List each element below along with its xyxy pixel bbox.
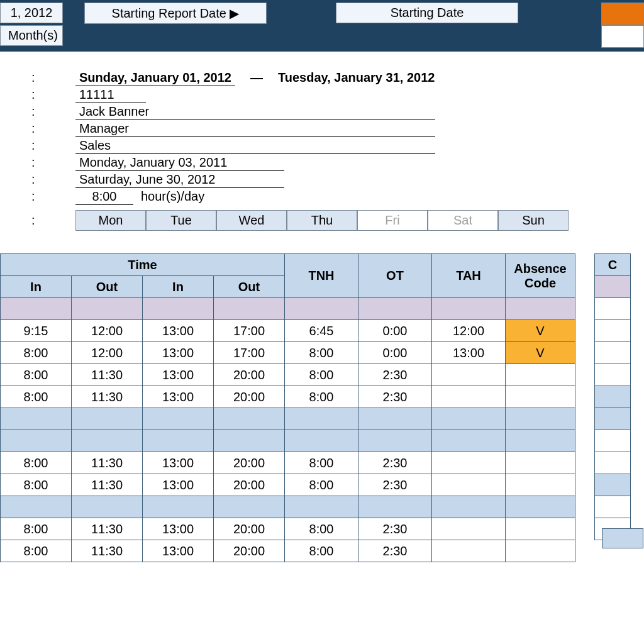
starting-date-button[interactable]: Starting Date [336, 3, 518, 23]
cell-tnh[interactable]: 8:00 [285, 386, 358, 408]
cell-tnh[interactable]: 8:00 [285, 452, 358, 474]
cell-in1[interactable]: 8:00 [1, 364, 72, 386]
cell-tah[interactable] [432, 540, 506, 562]
cell-ot[interactable] [358, 408, 432, 430]
cell-ot[interactable]: 2:30 [358, 452, 432, 474]
cell-abs[interactable]: V [506, 320, 575, 342]
cell-tah[interactable] [432, 386, 506, 408]
cell-abs[interactable] [506, 496, 575, 518]
cell-in2[interactable] [143, 408, 214, 430]
cell-in2[interactable]: 13:00 [143, 320, 214, 342]
cell-in2[interactable]: 13:00 [143, 342, 214, 364]
workday-toggle[interactable]: Fri [357, 210, 428, 231]
cell-ot[interactable]: 2:30 [358, 540, 432, 562]
cell-in1[interactable]: 8:00 [1, 386, 72, 408]
workday-toggle[interactable]: Mon [75, 210, 146, 231]
cell-in1[interactable] [1, 430, 72, 452]
cell-ot[interactable]: 2:30 [358, 386, 432, 408]
months-label-cell[interactable]: Month(s) [0, 25, 63, 46]
cell-tah[interactable] [432, 518, 506, 540]
cell-tah[interactable] [432, 496, 506, 518]
cell-tnh[interactable] [285, 408, 358, 430]
workday-toggle[interactable]: Sat [428, 210, 498, 231]
side-cell[interactable] [595, 452, 631, 474]
cell-ot[interactable]: 0:00 [358, 342, 432, 364]
cell-abs[interactable] [506, 298, 575, 320]
cell-tnh[interactable]: 8:00 [285, 342, 358, 364]
workday-toggle[interactable]: Thu [287, 210, 357, 231]
cell-in2[interactable]: 13:00 [143, 452, 214, 474]
cell-out1[interactable]: 11:30 [72, 452, 143, 474]
cell-tnh[interactable]: 8:00 [285, 540, 358, 562]
cell-out1[interactable]: 11:30 [72, 386, 143, 408]
cell-out1[interactable]: 11:30 [72, 364, 143, 386]
cell-tnh[interactable] [285, 298, 358, 320]
cell-tah[interactable]: 13:00 [432, 342, 506, 364]
cell-ot[interactable]: 0:00 [358, 320, 432, 342]
cell-abs[interactable] [506, 386, 575, 408]
cell-out1[interactable] [72, 496, 143, 518]
cell-in2[interactable]: 13:00 [143, 540, 214, 562]
cell-in2[interactable]: 13:00 [143, 474, 214, 496]
side-cell[interactable] [595, 474, 631, 496]
cell-tnh[interactable]: 8:00 [285, 474, 358, 496]
cell-out1[interactable]: 11:30 [72, 540, 143, 562]
cell-out2[interactable]: 20:00 [214, 518, 285, 540]
cell-abs[interactable] [506, 518, 575, 540]
side-cell[interactable] [595, 496, 631, 518]
cell-out1[interactable]: 12:00 [72, 342, 143, 364]
cell-in2[interactable] [143, 430, 214, 452]
cell-tah[interactable]: 12:00 [432, 320, 506, 342]
cell-out2[interactable] [214, 298, 285, 320]
cell-out2[interactable] [214, 408, 285, 430]
workday-toggle[interactable]: Wed [216, 210, 287, 231]
white-action-button[interactable] [601, 25, 644, 48]
side-cell[interactable] [595, 276, 631, 298]
starting-report-date-button[interactable]: Starting Report Date ▶ [84, 3, 267, 24]
cell-abs[interactable] [506, 474, 575, 496]
workday-toggle[interactable]: Sun [498, 210, 569, 231]
cell-out2[interactable]: 20:00 [214, 474, 285, 496]
cell-out1[interactable]: 11:30 [72, 474, 143, 496]
cell-out2[interactable]: 20:00 [214, 540, 285, 562]
workday-toggle[interactable]: Tue [146, 210, 216, 231]
cell-tnh[interactable] [285, 430, 358, 452]
cell-tnh[interactable]: 8:00 [285, 364, 358, 386]
orange-action-button[interactable] [601, 3, 644, 25]
cell-out2[interactable]: 20:00 [214, 452, 285, 474]
cell-tnh[interactable] [285, 496, 358, 518]
cell-tnh[interactable]: 6:45 [285, 320, 358, 342]
cell-out2[interactable] [214, 496, 285, 518]
cell-in2[interactable]: 13:00 [143, 386, 214, 408]
cell-in1[interactable]: 9:15 [1, 320, 72, 342]
cell-in1[interactable]: 8:00 [1, 474, 72, 496]
cell-in1[interactable] [1, 496, 72, 518]
cell-in1[interactable]: 8:00 [1, 518, 72, 540]
cell-in1[interactable]: 8:00 [1, 342, 72, 364]
side-cell[interactable] [595, 364, 631, 386]
date-fragment-cell[interactable]: 1, 2012 [0, 3, 63, 23]
cell-in1[interactable] [1, 408, 72, 430]
cell-tah[interactable] [432, 364, 506, 386]
cell-in2[interactable] [143, 496, 214, 518]
cell-out1[interactable] [72, 408, 143, 430]
side-cell[interactable] [595, 298, 631, 320]
cell-ot[interactable] [358, 496, 432, 518]
cell-in2[interactable]: 13:00 [143, 518, 214, 540]
cell-tah[interactable] [432, 408, 506, 430]
cell-out1[interactable] [72, 298, 143, 320]
cell-tah[interactable] [432, 474, 506, 496]
cell-tnh[interactable]: 8:00 [285, 518, 358, 540]
cell-ot[interactable] [358, 430, 432, 452]
cell-out2[interactable]: 17:00 [214, 342, 285, 364]
cell-in1[interactable]: 8:00 [1, 540, 72, 562]
cell-abs[interactable] [506, 364, 575, 386]
cell-ot[interactable]: 2:30 [358, 364, 432, 386]
cell-tah[interactable] [432, 452, 506, 474]
side-cell[interactable] [595, 408, 631, 430]
side-cell[interactable] [595, 342, 631, 364]
cell-tah[interactable] [432, 298, 506, 320]
cell-abs[interactable] [506, 452, 575, 474]
cell-ot[interactable]: 2:30 [358, 518, 432, 540]
cell-in1[interactable] [1, 298, 72, 320]
